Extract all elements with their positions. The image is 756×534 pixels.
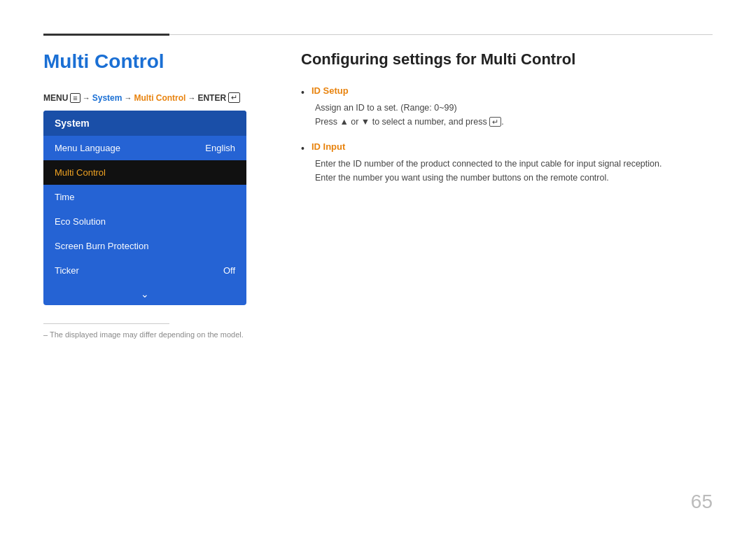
menu-path: MENU ≡ → System → Multi Control → ENTER … (43, 92, 240, 103)
id-input-line2: Enter the number you want using the numb… (315, 171, 713, 185)
menu-item-time[interactable]: Time (43, 185, 246, 209)
bullet-dot-1: • (301, 87, 304, 98)
page-title: Multi Control (43, 50, 164, 73)
right-section-title: Configuring settings for Multi Control (301, 50, 713, 69)
system-panel-header: System (43, 111, 246, 136)
menu-icon: ≡ (70, 93, 80, 103)
id-setup-line2: Press ▲ or ▼ to select a number, and pre… (315, 115, 713, 129)
id-input-heading: ID Input (312, 141, 345, 152)
arrow-3: → (188, 94, 195, 102)
top-bar (43, 34, 713, 36)
system-panel: System Menu Language English Multi Contr… (43, 111, 246, 305)
bottom-divider (43, 323, 169, 324)
system-link: System (92, 93, 122, 103)
panel-footer: ⌄ (43, 283, 246, 305)
menu-item-multi-control[interactable]: Multi Control (43, 160, 246, 185)
menu-item-screen-burn[interactable]: Screen Burn Protection (43, 234, 246, 258)
chevron-down-icon: ⌄ (141, 288, 149, 300)
id-input-heading-row: • ID Input (301, 141, 713, 154)
menu-language-label: Menu Language (55, 143, 120, 153)
menu-item-ticker[interactable]: Ticker Off (43, 258, 246, 283)
id-setup-heading-row: • ID Setup (301, 85, 713, 98)
enter-word: ENTER (197, 93, 226, 103)
id-setup-section: • ID Setup Assign an ID to a set. (Range… (301, 85, 713, 129)
multi-control-label: Multi Control (55, 167, 106, 178)
system-panel-title: System (55, 118, 90, 129)
menu-item-menu-language[interactable]: Menu Language English (43, 136, 246, 160)
ticker-label: Ticker (55, 265, 79, 276)
id-setup-line1: Assign an ID to a set. (Range: 0~99) (315, 101, 713, 115)
menu-word: MENU (43, 93, 68, 103)
screen-burn-label: Screen Burn Protection (55, 241, 148, 251)
disclaimer-text: – The displayed image may differ dependi… (43, 330, 244, 339)
time-label: Time (55, 192, 74, 202)
arrow-1: → (83, 94, 90, 102)
id-setup-heading: ID Setup (312, 85, 349, 96)
arrow-2: → (124, 94, 132, 102)
enter-icon: ↵ (228, 92, 240, 103)
bullet-dot-2: • (301, 143, 304, 154)
ticker-value: Off (223, 265, 235, 276)
id-input-section: • ID Input Enter the ID number of the pr… (301, 141, 713, 185)
right-section: Configuring settings for Multi Control •… (301, 50, 713, 197)
eco-solution-label: Eco Solution (55, 216, 106, 227)
multi-control-link: Multi Control (134, 93, 186, 103)
top-bar-line (169, 34, 713, 35)
id-input-line1: Enter the ID number of the product conne… (315, 157, 713, 171)
top-bar-accent (43, 34, 169, 36)
page-number: 65 (691, 491, 713, 513)
menu-language-value: English (205, 143, 235, 153)
menu-item-eco-solution[interactable]: Eco Solution (43, 209, 246, 234)
